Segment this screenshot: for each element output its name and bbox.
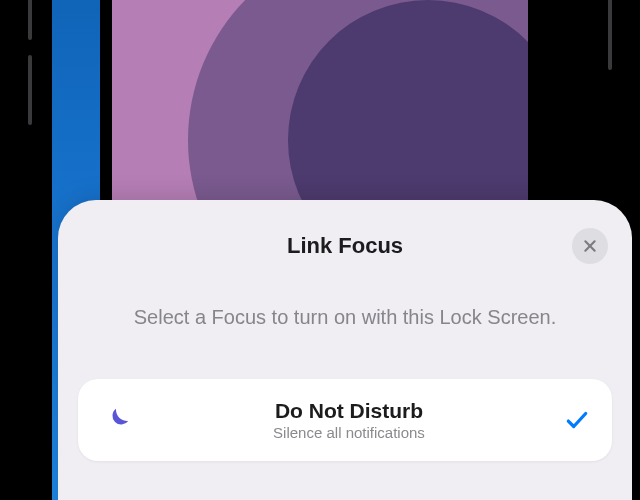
focus-option-text: Do Not Disturb Silence all notifications xyxy=(152,399,546,441)
close-button[interactable] xyxy=(572,228,608,264)
sheet-title: Link Focus xyxy=(287,233,403,259)
close-icon xyxy=(582,238,598,254)
sheet-header: Link Focus xyxy=(78,224,612,268)
focus-option-do-not-disturb[interactable]: Do Not Disturb Silence all notifications xyxy=(78,379,612,461)
focus-option-description: Silence all notifications xyxy=(152,424,546,441)
focus-option-name: Do Not Disturb xyxy=(152,399,546,423)
checkmark-icon xyxy=(564,407,590,433)
sheet-subtitle: Select a Focus to turn on with this Lock… xyxy=(78,304,612,331)
moon-icon xyxy=(100,403,134,437)
volume-up-button xyxy=(28,0,32,40)
link-focus-sheet: Link Focus Select a Focus to turn on wit… xyxy=(58,200,632,500)
volume-down-button xyxy=(28,55,32,125)
power-button xyxy=(608,0,612,70)
